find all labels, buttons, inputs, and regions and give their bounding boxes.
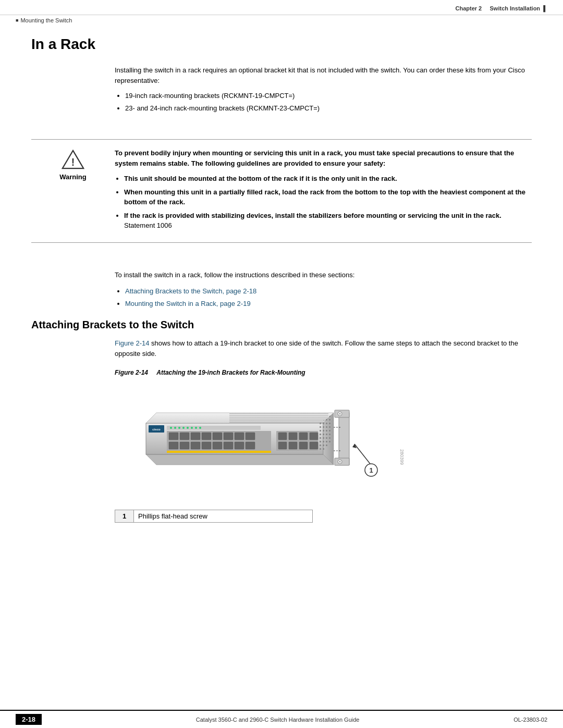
svg-rect-78 <box>246 442 255 449</box>
svg-text:cisco: cisco <box>152 428 161 431</box>
svg-rect-68 <box>224 433 233 440</box>
page-title: In a Rack <box>31 36 532 53</box>
breadcrumb: Mounting the Switch <box>0 15 563 26</box>
figure-num: Figure 2-14 <box>115 369 148 376</box>
attaching-brackets-heading: Attaching Brackets to the Switch <box>31 319 532 331</box>
svg-point-61 <box>199 427 201 429</box>
svg-rect-73 <box>191 442 200 449</box>
chapter-num: Chapter 2 <box>455 5 482 11</box>
svg-rect-23 <box>323 423 324 424</box>
svg-rect-67 <box>213 433 222 440</box>
svg-rect-86 <box>289 442 297 449</box>
svg-line-100 <box>354 444 370 464</box>
svg-rect-47 <box>323 445 324 446</box>
svg-point-60 <box>195 427 197 429</box>
figure-caption-text: Attaching the 19-inch Brackets for Rack-… <box>156 369 305 376</box>
svg-rect-84 <box>310 433 318 440</box>
warning-box: ! Warning To prevent bodily injury when … <box>31 139 532 243</box>
svg-point-57 <box>182 427 185 429</box>
svg-rect-40 <box>326 437 327 439</box>
chapter-title: Switch Installation <box>490 5 541 11</box>
svg-rect-88 <box>310 442 318 449</box>
svg-rect-69 <box>235 433 244 440</box>
svg-rect-89 <box>339 413 349 465</box>
mounting-rack-link[interactable]: Mounting the Switch in a Rack, page 2-19 <box>125 300 251 307</box>
warning-bullet-2: When mounting this unit in a partially f… <box>124 187 532 207</box>
table-row: 1 Phillips flat-head screw <box>115 510 313 523</box>
part-desc: Phillips flat-head screw <box>134 510 313 523</box>
svg-marker-2 <box>146 454 334 465</box>
install-link-1[interactable]: Attaching Brackets to the Switch, page 2… <box>125 286 532 297</box>
svg-rect-21 <box>329 419 331 421</box>
svg-rect-64 <box>180 433 189 440</box>
list-item: 23- and 24-inch rack-mounting brackets (… <box>125 103 532 114</box>
footer-doc-num: OL-23803-02 <box>513 717 547 723</box>
part-num: 1 <box>115 510 134 523</box>
warning-statement: Statement 1006 <box>124 221 172 229</box>
svg-text:1: 1 <box>369 466 373 474</box>
svg-rect-82 <box>289 433 297 440</box>
svg-rect-44 <box>326 441 327 442</box>
parts-table: 1 Phillips flat-head screw <box>115 510 313 523</box>
warning-bullet-3-bold: If the rack is provided with stabilizing… <box>124 212 501 219</box>
install-intro-text: To install the switch in a rack, follow … <box>115 270 532 280</box>
svg-text:!: ! <box>71 156 75 168</box>
svg-rect-38 <box>320 437 321 439</box>
guide-title-text: Catalyst 3560-C and 2960-C Switch Hardwa… <box>196 717 360 723</box>
attaching-intro: Figure 2-14 shows how to attach a 19-inc… <box>115 338 532 359</box>
svg-rect-34 <box>320 434 321 435</box>
svg-rect-31 <box>323 430 324 431</box>
intro-paragraph: Installing the switch in a rack requires… <box>115 65 532 85</box>
svg-rect-27 <box>323 426 324 428</box>
svg-point-58 <box>187 427 189 429</box>
svg-rect-26 <box>320 426 321 428</box>
svg-text:280399: 280399 <box>399 449 405 465</box>
figure-2-14-link[interactable]: Figure 2-14 <box>115 339 149 347</box>
svg-rect-79 <box>167 451 271 453</box>
svg-rect-28 <box>326 426 327 428</box>
svg-rect-87 <box>299 442 308 449</box>
svg-rect-41 <box>329 437 331 439</box>
svg-rect-32 <box>326 430 327 431</box>
svg-point-59 <box>191 427 193 429</box>
warning-left-panel: ! Warning <box>31 148 115 181</box>
svg-rect-70 <box>246 433 255 440</box>
svg-rect-29 <box>329 426 331 428</box>
install-link-2[interactable]: Mounting the Switch in a Rack, page 2-19 <box>125 299 532 309</box>
attaching-brackets-link[interactable]: Attaching Brackets to the Switch, page 2… <box>125 287 256 295</box>
svg-rect-85 <box>278 442 287 449</box>
switch-image: cisco <box>115 381 417 501</box>
svg-rect-45 <box>329 441 331 442</box>
warning-bullet-1: This unit should be mounted at the botto… <box>124 174 532 184</box>
svg-rect-81 <box>278 433 287 440</box>
svg-rect-37 <box>329 434 331 435</box>
svg-rect-49 <box>320 448 321 450</box>
warning-main-text: To prevent bodily injury when mounting o… <box>115 148 532 168</box>
svg-rect-35 <box>323 434 324 435</box>
svg-rect-77 <box>235 442 244 449</box>
svg-rect-33 <box>329 430 331 431</box>
svg-rect-46 <box>320 445 321 446</box>
svg-rect-63 <box>169 433 178 440</box>
svg-point-55 <box>174 427 176 429</box>
svg-rect-76 <box>224 442 233 449</box>
warning-label: Warning <box>59 173 87 181</box>
install-links-list: Attaching Brackets to the Switch, page 2… <box>125 286 532 309</box>
breadcrumb-text: Mounting the Switch <box>20 17 72 23</box>
svg-rect-42 <box>320 441 321 442</box>
svg-rect-36 <box>326 434 327 435</box>
svg-point-54 <box>170 427 172 429</box>
list-item: 19-inch rack-mounting brackets (RCKMNT-1… <box>125 91 532 101</box>
svg-rect-72 <box>180 442 189 449</box>
svg-rect-65 <box>191 433 200 440</box>
warning-bullet-3: If the rack is provided with stabilizing… <box>124 211 532 231</box>
switch-diagram-svg: cisco <box>115 381 417 501</box>
svg-rect-30 <box>320 430 321 431</box>
svg-rect-50 <box>323 448 324 450</box>
svg-rect-83 <box>299 433 308 440</box>
svg-rect-53 <box>167 426 261 430</box>
figure-caption: Figure 2-14 Attaching the 19-inch Bracke… <box>115 369 532 376</box>
svg-rect-20 <box>326 419 327 421</box>
svg-rect-66 <box>202 433 211 440</box>
svg-rect-24 <box>326 423 327 424</box>
